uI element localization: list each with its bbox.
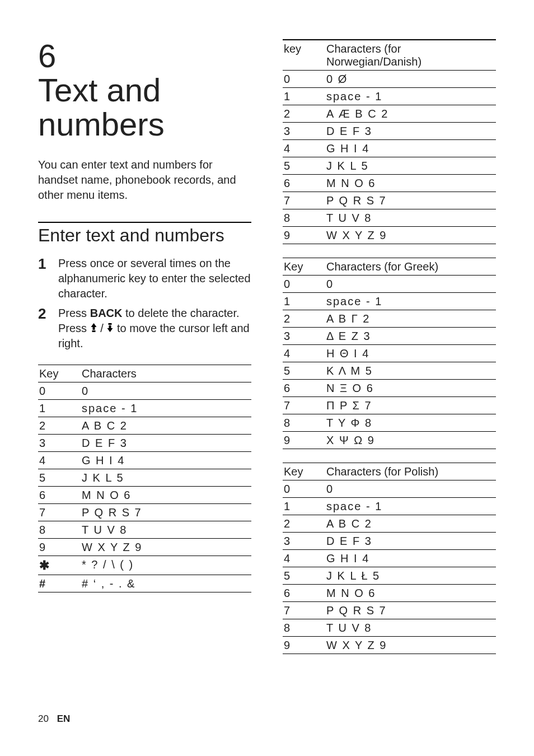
key-cell: 2 [283,515,325,533]
val-cell: 0 [325,480,496,498]
val-cell: J K L Ł 5 [325,567,496,585]
table-row: ## ‘ , - . & [38,575,251,592]
table-row: 7P Q R S 7 [283,192,496,209]
back-key-label: BACK [90,307,123,319]
char-table-nordic: keyCharacters (for Norwegian/Danish) 00 … [283,39,496,244]
table-row: 6Ν Ξ Ο 6 [283,380,496,397]
table-row: 7Π Ρ Σ 7 [283,397,496,414]
char-table-generic: KeyCharacters 00 1space - 1 2A B C 2 3D … [38,365,251,592]
table-row: 00 [283,276,496,293]
val-cell: * ? / \ ( ) [81,556,251,575]
val-cell: Τ Υ Φ 8 [325,414,496,432]
key-cell: # [38,575,81,592]
key-cell: 6 [283,380,325,397]
char-table-polish: KeyCharacters (for Polish) 00 1space - 1… [283,463,496,654]
table-row: 9Χ Ψ Ω 9 [283,432,496,449]
step-number: 1 [38,256,49,301]
key-cell: 4 [283,140,325,157]
table-row: 6M N O 6 [38,486,251,503]
chapter-number: 6 [38,39,66,73]
val-cell: Δ Ε Ζ 3 [325,328,496,345]
step-number: 2 [38,306,49,351]
val-cell: M N O 6 [325,175,496,192]
key-cell: 6 [283,585,325,602]
table-row: 6M N O 6 [283,175,496,192]
table-row: 4G H I 4 [283,140,496,157]
val-cell: 0 [325,276,496,293]
section-heading: Enter text and numbers [38,225,251,246]
val-cell: T U V 8 [325,209,496,227]
key-cell: 4 [283,345,325,362]
val-cell: G H I 4 [81,451,251,469]
val-cell: 0 [81,382,251,399]
chapter-title: Text and numbers [38,73,251,142]
val-cell: W X Y Z 9 [81,538,251,556]
val-cell: space - 1 [325,293,496,310]
table-row: 00 [283,480,496,498]
section-rule [38,222,251,223]
val-cell: P Q R S 7 [325,602,496,619]
hash-key-icon: # [39,577,45,590]
key-cell: 1 [283,293,325,310]
val-cell: J K L 5 [81,469,251,486]
key-cell: 1 [38,399,81,417]
table-row: 2Α Β Γ 2 [283,310,496,328]
table-row: 00 [38,382,251,399]
table-row: 5J K L Ł 5 [283,567,496,585]
val-cell: G H I 4 [325,140,496,157]
step-body: Press once or several times on the alpha… [58,256,251,301]
key-cell: 3 [283,328,325,345]
key-cell: 7 [283,192,325,209]
key-cell: 2 [283,105,325,123]
page-footer: 20 EN [38,713,70,725]
table-row: 5J K L 5 [38,469,251,486]
key-cell: 7 [283,602,325,619]
table-row: 3D E F 3 [283,533,496,550]
table-row: 9W X Y Z 9 [38,538,251,556]
val-cell: space - 1 [81,399,251,417]
val-cell: J K L 5 [325,157,496,175]
val-cell: 0 Ø [325,71,496,88]
key-cell: 8 [283,209,325,227]
table-row: 2A B C 2 [283,515,496,533]
steps-list: 1 Press once or several times on the alp… [38,256,251,351]
val-cell: D E F 3 [325,123,496,140]
slash: / [97,322,107,334]
val-cell: A Æ B C 2 [325,105,496,123]
val-cell: T U V 8 [325,619,496,637]
val-cell: M N O 6 [325,585,496,602]
down-arrow-icon [106,323,114,333]
key-cell: 9 [283,227,325,244]
val-cell: T U V 8 [81,521,251,538]
val-cell: Η Θ Ι 4 [325,345,496,362]
step-item: 1 Press once or several times on the alp… [38,256,251,301]
key-cell: 3 [283,123,325,140]
step-body: Press BACK to delete the character. Pres… [58,306,251,351]
up-arrow-icon [90,323,97,333]
table-row: 7P Q R S 7 [283,602,496,619]
char-table-greek: KeyCharacters (for Greek) 00 1space - 1 … [283,258,496,449]
key-cell: 8 [38,521,81,538]
table-row: 00 Ø [283,71,496,88]
svg-rect-0 [92,330,95,332]
table-row: 7P Q R S 7 [38,503,251,521]
header-val: Characters (for Greek) [325,258,496,276]
table-row: 6M N O 6 [283,585,496,602]
table-row: 1space - 1 [283,293,496,310]
table-row: 9W X Y Z 9 [283,227,496,244]
key-cell: 4 [283,550,325,567]
key-cell: 0 [283,480,325,498]
key-cell: 0 [38,382,81,399]
key-cell: 8 [283,619,325,637]
step-text: Press [58,307,90,319]
key-cell: 1 [283,498,325,515]
key-cell: 5 [283,157,325,175]
val-cell: D E F 3 [81,434,251,451]
val-cell: # ‘ , - . & [81,575,251,592]
language-code: EN [57,713,71,724]
table-row: 4G H I 4 [38,451,251,469]
val-cell: G H I 4 [325,550,496,567]
table-row: 3D E F 3 [38,434,251,451]
key-cell: 4 [38,451,81,469]
key-cell: 5 [283,567,325,585]
